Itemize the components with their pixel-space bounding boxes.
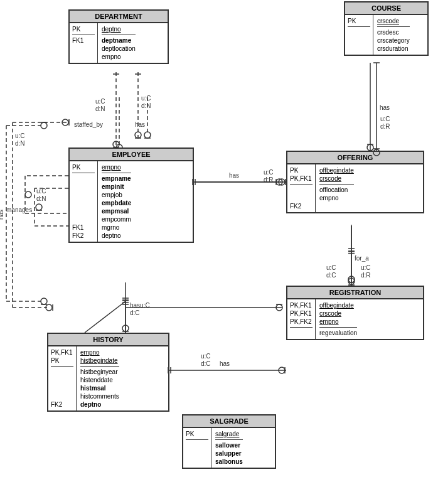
- svg-point-87: [279, 367, 285, 373]
- svg-point-43: [135, 132, 141, 138]
- emp-empty4: [72, 199, 95, 207]
- off-offbegindate: offbegindate: [319, 166, 354, 174]
- salgrade-entity: SALGRADE PK salgrade sallower salupper s…: [182, 414, 276, 469]
- reg-offbegindate: offbegindate: [319, 301, 357, 309]
- emp-empty5: [72, 207, 95, 215]
- course-entity: COURSE PK crscode crsdesc crscategory cr…: [344, 1, 429, 56]
- svg-text:u:C: u:C: [326, 264, 336, 271]
- svg-text:u:C: u:C: [361, 264, 371, 271]
- svg-text:u:C: u:C: [36, 188, 46, 195]
- salgrade-title: SALGRADE: [183, 416, 275, 428]
- employee-title: EMPLOYEE: [70, 149, 193, 161]
- svg-point-55: [279, 179, 285, 185]
- dept-fk1-label: FK1: [72, 36, 95, 45]
- off-empno: empno: [319, 194, 354, 202]
- svg-point-70: [348, 278, 355, 284]
- hist-empty1: [51, 368, 73, 376]
- course-pk-label: PK: [348, 17, 370, 25]
- offering-title: OFFERING: [287, 152, 423, 164]
- svg-text:u:C: u:C: [201, 353, 211, 360]
- svg-text:d:N: d:N: [36, 195, 46, 202]
- registration-entity: REGISTRATION PK,FK1 PK,FK1 PK,FK2 offbeg…: [286, 286, 424, 340]
- svg-text:d:C: d:C: [326, 272, 336, 279]
- sal-empty1: [186, 441, 208, 449]
- hist-empty3: [51, 384, 73, 392]
- svg-text:d:R: d:R: [380, 123, 390, 130]
- svg-text:has: has: [135, 121, 145, 128]
- svg-text:u:C: u:C: [141, 95, 151, 102]
- hist-fk2-label: FK2: [51, 400, 73, 409]
- emp-pk-label: PK: [72, 163, 95, 171]
- svg-text:for_a: for_a: [355, 255, 369, 262]
- svg-point-28: [348, 276, 355, 282]
- svg-point-36: [276, 304, 282, 311]
- sal-salupper: salupper: [215, 449, 243, 458]
- off-offlocation: offlocation: [319, 186, 354, 194]
- diagram-container: DEPARTMENT PK FK1 deptno deptname deptlo…: [0, 0, 433, 504]
- svg-text:d:N: d:N: [15, 140, 25, 147]
- svg-point-103: [62, 119, 68, 126]
- emp-empno: empno: [102, 163, 131, 171]
- emp-empcomm: empcomm: [102, 215, 131, 223]
- history-entity: HISTORY PK,FK1 PK FK2 empno histbegindat…: [47, 333, 169, 412]
- svg-text:has: has: [220, 360, 230, 367]
- sal-empty3: [186, 458, 208, 466]
- emp-mgrno: mgrno: [102, 223, 131, 232]
- svg-text:staffed_by: staffed_by: [74, 121, 103, 128]
- course-crscode: crscode: [377, 17, 410, 25]
- sal-pk-label: PK: [186, 430, 208, 438]
- svg-point-95: [36, 204, 42, 210]
- hist-histbegindate: histbegindate: [80, 357, 119, 365]
- off-pkfk1-label: PK,FK1: [290, 174, 313, 183]
- sal-salgrade: salgrade: [215, 430, 243, 438]
- emp-empty3: [72, 191, 95, 199]
- dept-empno: empno: [102, 53, 136, 61]
- emp-fk1-label: FK1: [72, 223, 95, 232]
- svg-text:u:C: u:C: [15, 132, 25, 139]
- reg-regevaluation: regevaluation: [319, 329, 357, 337]
- hist-deptno: deptno: [80, 400, 119, 409]
- off-fk2-label: FK2: [290, 202, 313, 210]
- svg-text:d:N: d:N: [141, 102, 151, 109]
- course-empty-fk: [348, 28, 370, 36]
- svg-text:d:R: d:R: [264, 176, 274, 183]
- svg-point-9: [25, 191, 31, 198]
- off-empty2: [290, 194, 313, 202]
- dept-deptlocation: deptlocation: [102, 45, 136, 53]
- sal-sallower: sallower: [215, 441, 243, 449]
- svg-text:has: has: [380, 104, 390, 111]
- sal-salbonus: salbonus: [215, 458, 243, 466]
- department-title: DEPARTMENT: [70, 11, 168, 23]
- reg-pkfk1-1: PK,FK1: [290, 301, 313, 309]
- svg-point-15: [41, 298, 47, 304]
- svg-point-13: [41, 122, 47, 129]
- svg-point-23: [367, 144, 373, 151]
- svg-text:u:C: u:C: [380, 115, 390, 122]
- course-title: COURSE: [345, 3, 427, 15]
- history-title: HISTORY: [48, 334, 168, 346]
- employee-entity: EMPLOYEE PK FK1 FK2 empno empname empini…: [68, 147, 194, 243]
- emp-deptno: deptno: [102, 232, 131, 240]
- off-pk-label: PK: [290, 166, 313, 174]
- svg-text:has: has: [229, 172, 239, 179]
- hist-empty2: [51, 376, 73, 384]
- dept-deptname: deptname: [102, 36, 136, 45]
- emp-empty2: [72, 183, 95, 191]
- svg-point-105: [46, 304, 52, 311]
- svg-text:u:C: u:C: [95, 98, 105, 105]
- svg-text:u:C: u:C: [264, 169, 274, 176]
- svg-line-30: [85, 301, 126, 333]
- emp-empbdate: empbdate: [102, 199, 131, 207]
- emp-empty1: [72, 174, 95, 183]
- hist-histmsal: histmsal: [80, 384, 119, 392]
- svg-point-4: [144, 132, 151, 138]
- dept-pk-label: PK: [72, 25, 95, 33]
- reg-empno: empno: [319, 318, 357, 326]
- reg-pkfk2: PK,FK2: [290, 318, 313, 326]
- reg-crscode: crscode: [319, 309, 357, 318]
- off-empty: [290, 186, 313, 194]
- course-crsduration: crsduration: [377, 45, 410, 53]
- registration-title: REGISTRATION: [287, 287, 423, 299]
- hist-histcomments: histcomments: [80, 392, 119, 400]
- emp-empinit: empinit: [102, 183, 131, 191]
